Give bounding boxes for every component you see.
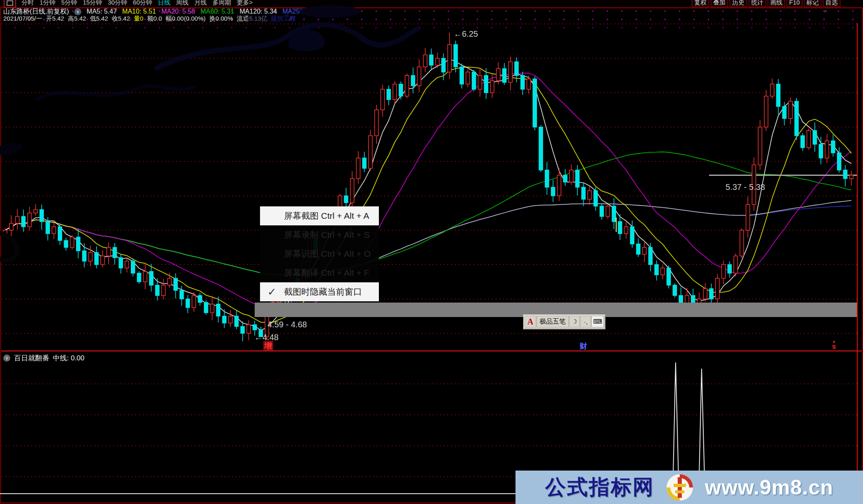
period-weekly[interactable]: 周线 <box>176 0 189 7</box>
field-float: 流通5.13亿 <box>237 15 267 23</box>
period-multi[interactable]: 多周期 <box>213 0 231 7</box>
field-open: 开5.42 <box>46 15 64 23</box>
field-low: 低5.42 <box>90 15 108 23</box>
period-monthly[interactable]: 月线 <box>194 0 207 7</box>
screenshot-context-menu: 屏幕截图 Ctrl + Alt + A 屏幕录制 Ctrl + Alt + S … <box>260 206 379 301</box>
chevron-down-icon[interactable]: ∨ <box>74 8 81 15</box>
btn-zixuan[interactable]: 自选 <box>823 0 840 7</box>
btn-f10[interactable]: F10 <box>787 0 802 7</box>
field-range: 幅0.00(0.00%) <box>166 15 206 23</box>
ime-punct-icon[interactable]: ·, <box>580 316 591 327</box>
quote-info-row: 2021/07/05/一 开5.42 高5.42 低5.42 收5.42 量0 … <box>3 15 296 22</box>
bar-date: 2021/07/05/一 <box>3 15 42 23</box>
btn-fuquan[interactable]: 复权 <box>692 0 709 7</box>
period-15min[interactable]: 15分钟 <box>83 0 102 7</box>
ime-name[interactable]: 极品五笔 <box>537 316 569 327</box>
ma60-value: MA60: 5.31 <box>201 8 234 15</box>
sub-indicator-header: ∨ 百日就翻番 中线: 0.00 <box>3 353 85 363</box>
svg-text:5.37 - 5.38: 5.37 - 5.38 <box>726 182 765 192</box>
menu-item-screen-ocr[interactable]: 屏幕识图 Ctrl + Alt + O <box>260 244 379 263</box>
check-icon: ✓ <box>267 286 277 298</box>
menu-item-screen-translate[interactable]: 屏幕翻译 Ctrl + Alt + F <box>260 263 379 282</box>
btn-biaoji[interactable]: 标记 <box>804 0 821 7</box>
watermark-banner: 公式指标网 www.9m8.cn <box>515 471 863 504</box>
ma5-value: MA5: 5.47 <box>87 8 117 15</box>
menu-item-screen-capture[interactable]: 屏幕截图 Ctrl + Alt + A <box>260 206 379 225</box>
field-volume: 量0 <box>134 15 143 23</box>
ma250-value: MA250: <box>282 8 305 15</box>
period-toolbar: 分时 1分钟 5分钟 15分钟 30分钟 60分钟 日线 周线 月线 多周期 更… <box>0 0 863 8</box>
field-close: 收5.42 <box>112 15 130 23</box>
ma10-value: MA10: 5.51 <box>122 8 156 15</box>
period-fenshi[interactable]: 分时 <box>21 0 34 7</box>
window-icon[interactable] <box>4 0 16 8</box>
menu-item-screen-record[interactable]: 屏幕录制 Ctrl + Alt + S <box>260 225 379 244</box>
field-turnover: 换0.00% <box>209 15 233 23</box>
svg-text:s: s <box>832 343 836 350</box>
period-1min[interactable]: 1分钟 <box>40 0 55 7</box>
chevron-down-icon[interactable]: ∨ <box>3 355 10 362</box>
svg-text:←6.25: ←6.25 <box>454 29 478 38</box>
ime-keyboard-icon[interactable]: ⌨ <box>591 316 604 327</box>
ma20-value: MA20: 5.58 <box>161 8 195 15</box>
period-daily[interactable]: 日线 <box>158 0 170 7</box>
svg-text:财: 财 <box>579 342 587 350</box>
sub-indicator-value: 中线: 0.00 <box>53 353 85 363</box>
ime-bar: A 极品五笔 ☽ ·, ⌨ <box>523 315 605 329</box>
sub-indicator-name: 百日就翻番 <box>14 353 49 363</box>
period-5min[interactable]: 5分钟 <box>61 0 77 7</box>
ime-fullhalf-icon[interactable]: ☽ <box>569 316 580 327</box>
btn-tongji[interactable]: 统计 <box>749 0 766 7</box>
period-30min[interactable]: 30分钟 <box>108 0 127 7</box>
app-window: ←6.25←4.484.59 - 4.685.37 - 5.38增财s 分时 1… <box>0 0 863 504</box>
svg-text:←4.48: ←4.48 <box>254 333 279 342</box>
field-amount: 额0.0 <box>147 15 162 23</box>
btn-lishi[interactable]: 历史 <box>730 0 747 7</box>
quote-header: 山东路桥(日线,前复权) ∨ MA5: 5.47 MA10: 5.51 MA20… <box>3 8 305 15</box>
btn-huaxian[interactable]: 画线 <box>768 0 785 7</box>
ma120-value: MA120: 5.34 <box>240 8 277 15</box>
period-more[interactable]: 更多> <box>237 0 253 7</box>
ime-lang-badge[interactable]: A <box>525 316 536 327</box>
field-industry: 建筑工程 <box>271 15 296 23</box>
btn-diejia[interactable]: 叠加 <box>711 0 728 7</box>
field-high: 高5.42 <box>68 15 86 23</box>
watermark-site-name: 公式指标网 <box>545 473 655 501</box>
watermark-url[interactable]: www.9m8.cn <box>705 476 833 499</box>
collapse-caret-icon[interactable]: ＾ <box>823 8 828 16</box>
period-60min[interactable]: 60分钟 <box>133 0 152 7</box>
svg-text:4.59 - 4.68: 4.59 - 4.68 <box>267 320 307 329</box>
main-chart[interactable]: ←6.25←4.484.59 - 4.685.37 - 5.38增财s <box>0 0 863 504</box>
watermark-logo-icon <box>665 473 694 502</box>
menu-item-hide-window[interactable]: ✓ 截图时隐藏当前窗口 <box>260 282 379 301</box>
svg-text:增: 增 <box>264 341 272 350</box>
